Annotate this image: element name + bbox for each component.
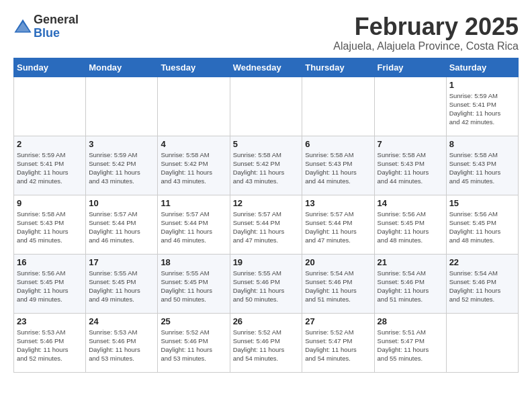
day-info: Sunrise: 5:58 AM Sunset: 5:43 PM Dayligh… [305,150,371,186]
day-info: Sunrise: 5:53 AM Sunset: 5:46 PM Dayligh… [89,328,154,363]
day-info: Sunrise: 5:54 AM Sunset: 5:46 PM Dayligh… [305,269,371,304]
day-cell: 21Sunrise: 5:54 AM Sunset: 5:46 PM Dayli… [374,254,446,313]
day-number: 9 [17,198,83,208]
day-cell: 23Sunrise: 5:53 AM Sunset: 5:46 PM Dayli… [14,313,86,372]
weekday-monday: Monday [86,58,158,77]
day-number: 3 [89,139,154,149]
weekday-sunday: Sunday [14,58,86,77]
day-info: Sunrise: 5:58 AM Sunset: 5:43 PM Dayligh… [17,210,83,245]
day-info: Sunrise: 5:59 AM Sunset: 5:41 PM Dayligh… [17,150,83,186]
day-number: 19 [233,257,300,267]
day-cell [86,77,158,136]
calendar: SundayMondayTuesdayWednesdayThursdayFrid… [13,58,519,373]
day-cell: 18Sunrise: 5:55 AM Sunset: 5:45 PM Dayli… [158,254,230,313]
day-cell [446,313,518,372]
day-cell: 5Sunrise: 5:58 AM Sunset: 5:42 PM Daylig… [230,136,302,195]
day-cell: 25Sunrise: 5:52 AM Sunset: 5:46 PM Dayli… [158,313,230,372]
day-info: Sunrise: 5:57 AM Sunset: 5:44 PM Dayligh… [89,210,154,245]
day-number: 11 [161,198,226,208]
day-info: Sunrise: 5:58 AM Sunset: 5:43 PM Dayligh… [449,150,515,186]
day-cell [230,77,302,136]
day-info: Sunrise: 5:54 AM Sunset: 5:46 PM Dayligh… [378,269,443,304]
day-cell: 11Sunrise: 5:57 AM Sunset: 5:44 PM Dayli… [158,195,230,254]
day-number: 7 [378,139,443,149]
day-number: 27 [305,316,371,326]
day-cell: 19Sunrise: 5:55 AM Sunset: 5:46 PM Dayli… [230,254,302,313]
day-number: 1 [449,80,515,90]
header: General Blue February 2025 Alajuela, Ala… [13,13,519,52]
day-cell: 17Sunrise: 5:55 AM Sunset: 5:45 PM Dayli… [86,254,158,313]
day-cell: 12Sunrise: 5:57 AM Sunset: 5:44 PM Dayli… [230,195,302,254]
day-number: 22 [449,257,515,267]
weekday-thursday: Thursday [302,58,374,77]
day-number: 23 [17,316,83,326]
day-cell: 4Sunrise: 5:58 AM Sunset: 5:42 PM Daylig… [158,136,230,195]
day-cell: 2Sunrise: 5:59 AM Sunset: 5:41 PM Daylig… [14,136,86,195]
day-number: 16 [17,257,83,267]
day-number: 5 [233,139,300,149]
weekday-wednesday: Wednesday [230,58,302,77]
week-row-1: 1Sunrise: 5:59 AM Sunset: 5:41 PM Daylig… [14,77,519,136]
day-cell: 20Sunrise: 5:54 AM Sunset: 5:46 PM Dayli… [302,254,374,313]
day-cell: 6Sunrise: 5:58 AM Sunset: 5:43 PM Daylig… [302,136,374,195]
day-number: 24 [89,316,154,326]
week-row-5: 23Sunrise: 5:53 AM Sunset: 5:46 PM Dayli… [14,313,519,372]
day-cell: 14Sunrise: 5:56 AM Sunset: 5:45 PM Dayli… [374,195,446,254]
weekday-header-row: SundayMondayTuesdayWednesdayThursdayFrid… [14,58,519,77]
day-cell: 24Sunrise: 5:53 AM Sunset: 5:46 PM Dayli… [86,313,158,372]
day-number: 10 [89,198,154,208]
weekday-saturday: Saturday [446,58,518,77]
day-number: 17 [89,257,154,267]
day-number: 12 [233,198,300,208]
day-cell [302,77,374,136]
day-cell: 3Sunrise: 5:59 AM Sunset: 5:42 PM Daylig… [86,136,158,195]
day-info: Sunrise: 5:56 AM Sunset: 5:45 PM Dayligh… [17,269,83,304]
logo-blue-text: Blue [34,27,79,40]
day-info: Sunrise: 5:57 AM Sunset: 5:44 PM Dayligh… [233,210,300,245]
day-cell: 28Sunrise: 5:51 AM Sunset: 5:47 PM Dayli… [374,313,446,372]
day-cell: 1Sunrise: 5:59 AM Sunset: 5:41 PM Daylig… [446,77,518,136]
weekday-friday: Friday [374,58,446,77]
day-cell: 22Sunrise: 5:54 AM Sunset: 5:46 PM Dayli… [446,254,518,313]
day-cell: 27Sunrise: 5:52 AM Sunset: 5:47 PM Dayli… [302,313,374,372]
logo: General Blue [13,13,79,40]
day-info: Sunrise: 5:57 AM Sunset: 5:44 PM Dayligh… [305,210,371,245]
title-block: February 2025 Alajuela, Alajuela Provinc… [333,13,519,52]
logo-general-text: General [34,13,79,27]
day-cell [14,77,86,136]
page: General Blue February 2025 Alajuela, Ala… [0,0,532,379]
day-number: 18 [161,257,226,267]
day-number: 4 [161,139,226,149]
weekday-tuesday: Tuesday [158,58,230,77]
logo-icon [13,17,32,36]
day-info: Sunrise: 5:52 AM Sunset: 5:46 PM Dayligh… [233,328,300,363]
day-info: Sunrise: 5:58 AM Sunset: 5:43 PM Dayligh… [378,150,443,186]
day-info: Sunrise: 5:55 AM Sunset: 5:45 PM Dayligh… [89,269,154,304]
day-info: Sunrise: 5:52 AM Sunset: 5:47 PM Dayligh… [305,328,371,363]
day-info: Sunrise: 5:53 AM Sunset: 5:46 PM Dayligh… [17,328,83,363]
week-row-3: 9Sunrise: 5:58 AM Sunset: 5:43 PM Daylig… [14,195,519,254]
day-info: Sunrise: 5:56 AM Sunset: 5:45 PM Dayligh… [449,210,515,245]
day-info: Sunrise: 5:56 AM Sunset: 5:45 PM Dayligh… [378,210,443,245]
day-info: Sunrise: 5:59 AM Sunset: 5:41 PM Dayligh… [449,91,515,127]
day-number: 25 [161,316,226,326]
week-row-4: 16Sunrise: 5:56 AM Sunset: 5:45 PM Dayli… [14,254,519,313]
day-cell [158,77,230,136]
week-row-2: 2Sunrise: 5:59 AM Sunset: 5:41 PM Daylig… [14,136,519,195]
day-number: 14 [378,198,443,208]
day-info: Sunrise: 5:54 AM Sunset: 5:46 PM Dayligh… [449,269,515,304]
day-info: Sunrise: 5:55 AM Sunset: 5:45 PM Dayligh… [161,269,226,304]
day-number: 13 [305,198,371,208]
day-cell: 16Sunrise: 5:56 AM Sunset: 5:45 PM Dayli… [14,254,86,313]
logo-text: General Blue [34,13,79,40]
day-number: 26 [233,316,300,326]
day-info: Sunrise: 5:52 AM Sunset: 5:46 PM Dayligh… [161,328,226,363]
day-cell: 26Sunrise: 5:52 AM Sunset: 5:46 PM Dayli… [230,313,302,372]
day-number: 15 [449,198,515,208]
day-cell: 9Sunrise: 5:58 AM Sunset: 5:43 PM Daylig… [14,195,86,254]
day-cell: 15Sunrise: 5:56 AM Sunset: 5:45 PM Dayli… [446,195,518,254]
day-info: Sunrise: 5:59 AM Sunset: 5:42 PM Dayligh… [89,150,154,186]
day-number: 20 [305,257,371,267]
day-number: 2 [17,139,83,149]
day-info: Sunrise: 5:57 AM Sunset: 5:44 PM Dayligh… [161,210,226,245]
